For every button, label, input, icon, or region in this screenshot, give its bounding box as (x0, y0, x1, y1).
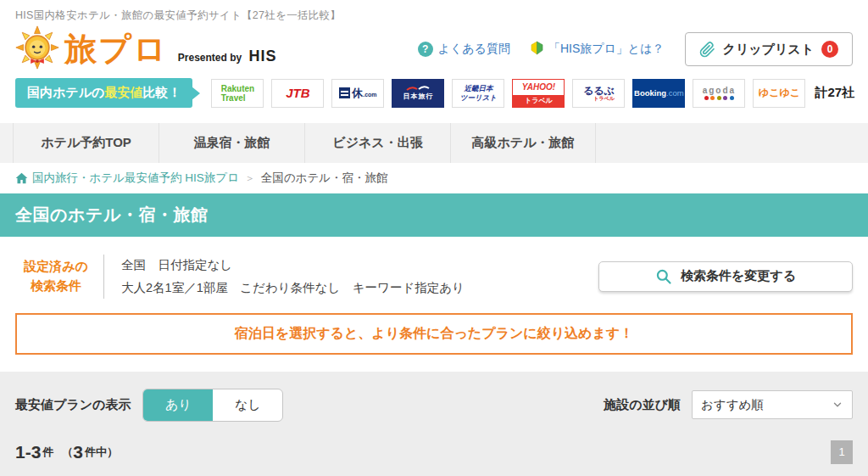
partner-logo-strip: RakutenTravel JTB 休.com 日本旅行 近畿日本ツーリスト Y… (211, 79, 805, 108)
cliplist-button[interactable]: クリップリスト 0 (685, 32, 853, 66)
search-conditions: 設定済みの 検索条件 全国 日付指定なし 大人2名1室／1部屋 こだわり条件なし… (0, 237, 868, 300)
ikkyu-mark-icon (339, 87, 350, 98)
results-range: 1-3 (15, 442, 41, 462)
results-section: 最安値プランの表示 あり なし 施設の並び順 おすすめ順 1-3 件 （ 3 件… (0, 372, 868, 476)
partner-logo-kintetsu-nihon-tourist: 近畿日本ツーリスト (452, 79, 504, 108)
sort-select[interactable]: おすすめ順 (692, 390, 853, 419)
partner-logo-ikkyu: 休.com (331, 79, 384, 108)
results-total: 3 (73, 442, 83, 462)
sort-selected-value: おすすめ順 (701, 397, 764, 413)
conditions-line-2: 大人2名1室／1部屋 こだわり条件なし キーワード指定あり (121, 277, 465, 300)
about-link[interactable]: 「HIS旅プロ」とは？ (531, 41, 665, 58)
partner-logo-agoda: agoda (693, 79, 745, 108)
plan-toggle-label: 最安値プランの表示 (15, 397, 131, 413)
paperclip-icon (699, 42, 715, 58)
conditions-label: 設定済みの 検索条件 (15, 257, 97, 295)
page-title-bar: 全国のホテル・宿・旅館 (0, 193, 868, 237)
partner-logo-booking-com: Booking.com (632, 79, 685, 108)
toggle-option-ari[interactable]: あり (143, 389, 213, 421)
partner-logo-yahoo-travel: YAHOO! トラベル (512, 79, 565, 108)
conditions-text: 全国 日付指定なし 大人2名1室／1部屋 こだわり条件なし キーワード指定あり (121, 254, 465, 300)
main-nav: ホテル予約TOP 温泉宿・旅館 ビジネス・出張 高級ホテル・旅館 (0, 123, 868, 163)
cliplist-count-badge: 0 (821, 41, 838, 58)
brand-name: 旅プロ (64, 28, 168, 71)
partner-logo-nihon-ryoko: 日本旅行 (392, 79, 444, 108)
partners-total-count: 計27社 (815, 85, 854, 101)
breadcrumb-current: 全国のホテル・宿・旅館 (261, 171, 388, 186)
comparison-bar: 国内ホテルの最安値比較！ RakutenTravel JTB 休.com 日本旅… (0, 73, 868, 116)
pagination-page-1[interactable]: 1 (831, 440, 853, 464)
cliplist-label: クリップリスト (723, 42, 814, 58)
question-icon: ? (418, 42, 433, 57)
lowest-price-plan-toggle: あり なし (142, 389, 283, 422)
agoda-dots-icon (703, 96, 736, 100)
change-conditions-button[interactable]: 検索条件を変更する (598, 261, 853, 292)
sort-label: 施設の並び順 (604, 397, 681, 413)
breadcrumb: 国内旅行・ホテル最安値予約 HIS旅プロ ＞ 全国のホテル・宿・旅館 (0, 163, 868, 193)
breadcrumb-home-link[interactable]: 国内旅行・ホテル最安値予約 HIS旅プロ (15, 171, 239, 186)
nav-tab-business[interactable]: ビジネス・出張 (304, 123, 450, 163)
page-title: 全国のホテル・宿・旅館 (15, 204, 853, 227)
nav-tab-onsen[interactable]: 温泉宿・旅館 (159, 123, 304, 163)
conditions-divider (103, 255, 104, 299)
date-selection-notice: 宿泊日を選択すると、より条件に合ったプランに絞り込めます！ (15, 313, 853, 355)
breadcrumb-separator: ＞ (245, 171, 255, 186)
search-icon (655, 268, 672, 285)
partner-logo-yukoyuko: ゆこゆこ (753, 79, 805, 108)
home-icon (15, 172, 28, 184)
beginner-mark-icon (531, 41, 543, 58)
chevron-down-icon (832, 399, 843, 411)
nihon-ryoko-wave-icon (405, 85, 431, 92)
partner-logo-rurubu-travel: るるぶトラベル (572, 79, 625, 108)
results-count-row: 1-3 件 （ 3 件中） 1 (15, 440, 853, 464)
partner-logo-jtb: JTB (271, 79, 324, 108)
sun-mascot-icon (15, 25, 59, 73)
faq-link[interactable]: ? よくある質問 (418, 42, 510, 57)
top-header: HIS国内格安ホテル・旅館の最安値予約サイト【27社を一括比較】 (0, 0, 868, 73)
presented-by: Presented by HIS (178, 48, 277, 65)
site-tagline: HIS国内格安ホテル・旅館の最安値予約サイト【27社を一括比較】 (15, 8, 853, 23)
conditions-line-1: 全国 日付指定なし (121, 254, 465, 277)
nav-tab-hotel-top[interactable]: ホテル予約TOP (13, 123, 159, 163)
site-logo[interactable]: 旅プロ Presented by HIS (15, 25, 277, 73)
nav-tab-luxury[interactable]: 高級ホテル・旅館 (450, 123, 596, 163)
partner-logo-rakuten-travel: RakutenTravel (211, 79, 264, 108)
toggle-option-nashi[interactable]: なし (213, 389, 282, 421)
lowest-price-promo-banner: 国内ホテルの最安値比較！ (15, 78, 192, 108)
